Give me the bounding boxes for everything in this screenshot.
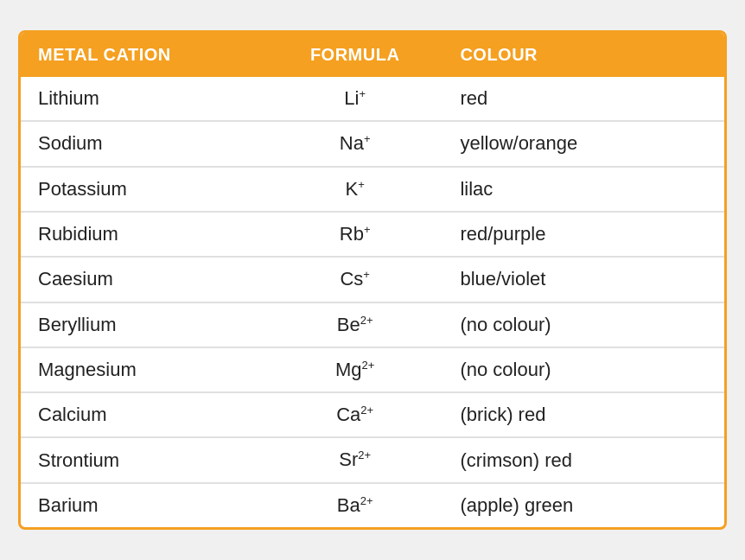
cell-metal: Magnesium <box>21 347 267 392</box>
cell-colour: (no colour) <box>443 347 724 392</box>
cell-formula: Sr2+ <box>267 437 443 482</box>
cell-colour: (apple) green <box>443 483 724 527</box>
table-row: CaesiumCs+blue/violet <box>21 257 724 302</box>
table-row: LithiumLi+red <box>21 77 724 121</box>
col-header-formula: FORMULA <box>267 33 443 77</box>
cell-metal: Barium <box>21 483 267 527</box>
cell-colour: lilac <box>443 167 724 212</box>
table-row: RubidiumRb+red/purple <box>21 212 724 257</box>
table-row: MagnesiumMg2+(no colour) <box>21 347 724 392</box>
cell-formula: Li+ <box>267 77 443 121</box>
cell-colour: red/purple <box>443 212 724 257</box>
cell-metal: Beryllium <box>21 302 267 347</box>
cell-formula: Be2+ <box>267 302 443 347</box>
col-header-metal-cation: METAL CATION <box>21 33 267 77</box>
col-header-colour: COLOUR <box>443 33 724 77</box>
cell-metal: Sodium <box>21 121 267 166</box>
cell-formula: Ba2+ <box>267 483 443 527</box>
cell-metal: Lithium <box>21 77 267 121</box>
cell-colour: yellow/orange <box>443 121 724 166</box>
cell-formula: Rb+ <box>267 212 443 257</box>
cell-formula: K+ <box>267 167 443 212</box>
cell-colour: (crimson) red <box>443 437 724 482</box>
table-row: PotassiumK+lilac <box>21 167 724 212</box>
cell-metal: Caesium <box>21 257 267 302</box>
cell-metal: Rubidium <box>21 212 267 257</box>
cell-metal: Strontium <box>21 437 267 482</box>
cell-formula: Ca2+ <box>267 392 443 437</box>
table-row: StrontiumSr2+(crimson) red <box>21 437 724 482</box>
cell-colour: blue/violet <box>443 257 724 302</box>
table-row: BariumBa2+(apple) green <box>21 483 724 527</box>
cell-formula: Cs+ <box>267 257 443 302</box>
cell-metal: Calcium <box>21 392 267 437</box>
cell-formula: Mg2+ <box>267 347 443 392</box>
cell-colour: red <box>443 77 724 121</box>
table-row: SodiumNa+yellow/orange <box>21 121 724 166</box>
cell-formula: Na+ <box>267 121 443 166</box>
cell-metal: Potassium <box>21 167 267 212</box>
table-row: CalciumCa2+(brick) red <box>21 392 724 437</box>
chemistry-table: METAL CATION FORMULA COLOUR LithiumLi+re… <box>18 30 727 530</box>
cell-colour: (brick) red <box>443 392 724 437</box>
table-row: BerylliumBe2+(no colour) <box>21 302 724 347</box>
cell-colour: (no colour) <box>443 302 724 347</box>
table-header-row: METAL CATION FORMULA COLOUR <box>21 33 724 77</box>
